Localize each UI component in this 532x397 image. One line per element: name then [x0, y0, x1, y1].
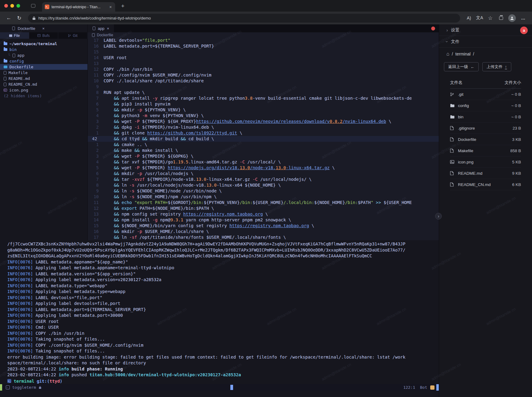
tree-item[interactable]: bin	[0, 47, 87, 52]
file-row[interactable]: README.md9 KB	[450, 168, 521, 179]
tree-item[interactable]: └app	[0, 52, 87, 58]
menu-icon[interactable]: …	[519, 14, 528, 22]
line-number: 8	[88, 182, 104, 188]
code-token: LABEL devtools="file,port"	[33, 295, 102, 300]
terminal-panel[interactable]: /fj7CcwoCW7ZXBc3snKxZNYHpbh7uhw0vx2lsi4W…	[0, 240, 439, 384]
code-token: 13.0	[240, 165, 250, 170]
window-controls	[4, 4, 20, 8]
upload-file-button[interactable]: 上传文件 ↑	[482, 62, 511, 71]
settings-section[interactable]: › 设置	[439, 24, 532, 36]
editor-line: 11 && echo "export PATH=${GOROOT}/bin:${…	[88, 200, 439, 206]
code-token: INFO[0076]	[7, 259, 33, 264]
breadcrumb-separator: /	[473, 52, 474, 56]
code-text: COPY ./config/nvim $USER_HOME/.config/nv…	[104, 72, 439, 78]
command-line[interactable]	[0, 391, 439, 397]
file-tree[interactable]: ~/workspace/terminal bin└appconfigDocker…	[0, 39, 87, 240]
tab-overview-icon[interactable]	[31, 4, 35, 8]
tree-item[interactable]: README.md	[0, 76, 87, 81]
breadcrumb-directory[interactable]: terminal	[456, 52, 471, 56]
code-token: https://github.com/tsl0922/ttyd.git	[147, 131, 237, 135]
tree-root[interactable]: ~/workspace/terminal	[0, 41, 87, 47]
favorites-star-icon[interactable]: ☆	[486, 14, 495, 22]
code-token: ln	[119, 183, 129, 188]
buffer-close-icon[interactable]: ×	[42, 26, 45, 31]
translate-icon[interactable]: 文A	[475, 14, 484, 22]
terminal-line: INFO[0076] USER root	[0, 319, 439, 325]
code-token: &&	[114, 217, 119, 222]
name-column-header: 文件名	[450, 80, 463, 85]
browser-tab[interactable]: >_ terminal-ttyd-wlotnipo - Titan... ×	[42, 2, 115, 12]
collapse-handle[interactable]: ›	[435, 213, 442, 220]
file-size: 9 KB	[512, 171, 521, 176]
line-number: 7	[88, 177, 104, 182]
buffer-tab[interactable]: Dockerfile ×	[0, 24, 87, 32]
file-table: 文件名 文件大小 .git~ 0 Bconfig~ 0 Bbin~ 0 B.gi…	[450, 80, 521, 190]
tree-item[interactable]: (2 hidden items)	[0, 93, 87, 99]
code-token: /nvim-linux64.deb	[342, 119, 386, 124]
code-token: 13.0	[206, 183, 217, 188]
address-bar[interactable]: https://try.titanide.cn/ide/web/coding/t…	[28, 14, 460, 23]
window-close-button[interactable]	[4, 4, 8, 8]
code-token: -p	[137, 107, 142, 112]
tree-item[interactable]: README_CN.md	[0, 81, 87, 87]
explorer-tab-label: File	[14, 34, 20, 38]
window-minimize-button[interactable]	[10, 4, 14, 8]
back-button[interactable]: ←	[4, 14, 13, 22]
editor-line: 6 && pip3 install pynvim	[88, 101, 439, 107]
refresh-button[interactable]: ↻	[15, 14, 24, 22]
file-row[interactable]: .gitignore23 B	[450, 123, 521, 134]
profile-button[interactable]	[508, 14, 516, 22]
editor-line: 10COPY ./.local/share /opt/titanide/shar…	[88, 78, 439, 84]
line-number: 5	[88, 107, 104, 113]
tree-item[interactable]: Dockerfile	[0, 64, 87, 70]
code-token: python3	[119, 113, 142, 118]
code-token: ripgrep ranger lolcat tree python	[158, 96, 245, 101]
file-row[interactable]: icon.png5 KB	[450, 156, 521, 168]
file-row[interactable]: config~ 0 B	[450, 100, 521, 111]
file-row[interactable]: bin~ 0 B	[450, 111, 521, 123]
editor-line: 42 && cd ttyd && mkdir build && cd build…	[88, 136, 439, 142]
editor-tab-close-icon[interactable]: ×	[107, 26, 109, 31]
code-token	[104, 194, 114, 199]
editor-line: 14USER root	[88, 55, 439, 61]
explorer-tab-bufs[interactable]: Bufs	[29, 32, 59, 39]
file-row[interactable]: README_CN.md6 KB	[450, 179, 521, 190]
code-token: -y	[152, 96, 158, 101]
editor-code[interactable]: 17LABEL devtools="file,port"16LABEL meta…	[88, 38, 439, 240]
tree-item[interactable]: config	[0, 58, 87, 64]
window-zoom-button[interactable]	[16, 4, 20, 8]
file-row[interactable]: Dockerfile3 KB	[450, 134, 521, 145]
tree-item[interactable]: Makefile	[0, 70, 87, 76]
read-aloud-icon[interactable]: A)	[464, 14, 473, 22]
code-token: >>	[376, 200, 381, 205]
explorer-tab-label: Bufs	[42, 34, 50, 38]
file-row[interactable]: Makefile858 B	[450, 145, 521, 156]
files-section[interactable]: › 文件	[439, 36, 532, 48]
code-token: &&	[142, 136, 147, 141]
new-tab-button[interactable]: +	[119, 2, 127, 10]
tree-item[interactable]: icon.png	[0, 87, 87, 93]
explorer-tab-git[interactable]: Git	[58, 32, 87, 39]
editor-line: 6 && mkdir -p /usr/local/nodejs \	[88, 171, 439, 177]
tab-close-icon[interactable]: ×	[109, 5, 112, 9]
panel-avatar[interactable]: a	[520, 27, 528, 34]
code-text: && ln -s ${NODE_HOME}/node /usr/bin/node…	[104, 188, 439, 194]
back-parent-button[interactable]: 返回上一级 ←	[444, 62, 479, 71]
explorer-tab-file[interactable]: File	[0, 32, 29, 39]
panel-breadcrumb: ⌂ / terminal /	[439, 48, 532, 60]
code-token: -s	[129, 194, 134, 199]
file-row[interactable]: .git~ 0 B	[450, 89, 521, 100]
file-icon	[450, 137, 455, 141]
collections-icon[interactable]	[496, 14, 505, 22]
editor-line: 7 && tar -xvzf ${TMPDIR}/node-v18.13.0-l…	[88, 177, 439, 182]
editor-line: 14 && npm install -g npm@9.3.1 yarn cnpm…	[88, 217, 439, 223]
code-token: -P	[134, 165, 140, 170]
code-token: Applying label metadata.version=v2023012…	[33, 277, 161, 282]
code-token: -venv build-essential cmake git libjson-…	[253, 96, 412, 101]
editor-tab-app[interactable]: app ×	[88, 24, 114, 32]
home-icon[interactable]: ⌂	[446, 51, 449, 57]
size-column-header: 文件大小	[505, 80, 521, 85]
close-all-indicator[interactable]	[431, 27, 435, 30]
code-token: info	[59, 367, 69, 371]
code-token: apt install	[119, 96, 153, 101]
